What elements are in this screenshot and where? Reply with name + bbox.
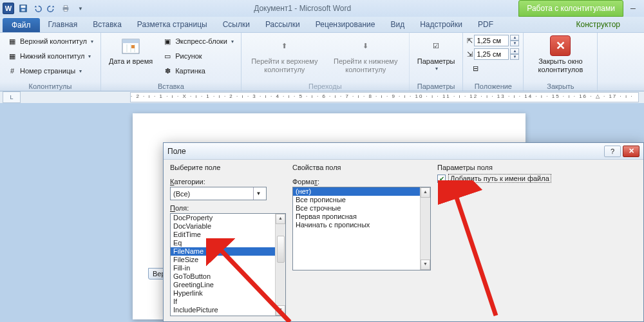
clipart-label: Картинка: [175, 67, 205, 75]
scroll-down-icon[interactable]: ▼: [276, 305, 285, 316]
redo-icon[interactable]: [45, 2, 58, 15]
spin-down-icon[interactable]: ▼: [510, 54, 519, 60]
spin-up-icon[interactable]: ▲: [510, 48, 519, 54]
page-number-button[interactable]: #Номер страницы▾: [4, 64, 97, 78]
tab-selector[interactable]: L: [3, 91, 21, 103]
list-item[interactable]: Все прописные: [293, 196, 430, 204]
dialog-help-button[interactable]: ?: [604, 146, 621, 157]
list-item[interactable]: FileSize: [171, 256, 285, 264]
save-icon[interactable]: [17, 2, 30, 15]
field-properties-label: Свойства поля: [292, 164, 431, 171]
undo-icon[interactable]: [31, 2, 44, 15]
scroll-down-icon[interactable]: ▼: [421, 260, 430, 270]
categories-combo[interactable]: (Все) ▼: [170, 187, 267, 200]
svg-rect-11: [131, 45, 135, 48]
list-item[interactable]: (нет): [293, 187, 430, 196]
svg-rect-7: [122, 39, 139, 43]
clipart-button[interactable]: ✽Картинка: [159, 64, 237, 78]
spin-down-icon[interactable]: ▼: [510, 41, 519, 46]
scroll-up-icon[interactable]: ▲: [276, 214, 285, 224]
checkbox-checked-icon[interactable]: ✔: [437, 175, 446, 183]
list-item[interactable]: Первая прописная: [293, 213, 430, 221]
options-button[interactable]: ☑Параметры▾: [413, 34, 459, 73]
categories-label: Категории:: [170, 178, 286, 185]
list-item[interactable]: IncludeText: [171, 314, 285, 316]
margin-bottom-icon: ⇲: [467, 50, 473, 59]
tab-design[interactable]: Конструктор: [559, 17, 638, 32]
group-insert: Дата и время ▣Экспресс-блоки▾ ▭Рисунок ✽…: [101, 33, 242, 91]
list-item[interactable]: Eq: [171, 239, 285, 247]
list-item[interactable]: Все строчные: [293, 204, 430, 213]
horizontal-ruler[interactable]: · 2 · ı · 1 · ı · X · ı · 1 · ı · 2 · ı …: [130, 92, 639, 102]
list-item[interactable]: GreetingLine: [171, 281, 285, 289]
dialog-title: Поле: [167, 147, 186, 156]
add-path-checkbox-row[interactable]: ✔ Добавить путь к имени файла: [437, 174, 637, 183]
header-from-top-input[interactable]: [474, 35, 509, 46]
scrollbar[interactable]: ▲ ▼: [275, 214, 285, 316]
tab-review[interactable]: Рецензирование: [308, 17, 383, 32]
svg-rect-2: [21, 9, 24, 12]
scroll-up-icon[interactable]: ▲: [421, 187, 430, 198]
date-time-label: Дата и время: [109, 57, 153, 66]
group-options: ☑Параметры▾ Параметры: [410, 33, 464, 91]
tab-home[interactable]: Главная: [41, 17, 85, 32]
group-position: ⇱ ▲▼ ⇲ ▲▼ ⊟ Положение: [463, 33, 524, 91]
dialog-titlebar[interactable]: Поле ? ✕: [164, 143, 643, 160]
title-bar: W ▼ Документ1 - Microsoft Word Работа с …: [0, 0, 644, 17]
print-icon[interactable]: [59, 2, 72, 15]
list-item[interactable]: GoToButton: [171, 272, 285, 281]
tab-mailings[interactable]: Рассылки: [258, 17, 307, 32]
header-icon: ▦: [7, 36, 17, 46]
close-icon: ✕: [550, 35, 571, 56]
fields-label: Поля:: [170, 204, 286, 212]
list-item[interactable]: If: [171, 298, 285, 306]
file-tab[interactable]: Файл: [3, 18, 40, 32]
list-item[interactable]: EditTime: [171, 231, 285, 239]
list-item[interactable]: Hyperlink: [171, 289, 285, 298]
footer-from-bottom-row: ⇲ ▲▼: [467, 48, 519, 60]
list-item[interactable]: DocProperty: [171, 214, 285, 222]
margin-top-icon: ⇱: [467, 37, 473, 45]
quick-parts-icon: ▣: [162, 36, 173, 46]
minimize-icon[interactable]: ─: [625, 2, 641, 15]
tab-addins[interactable]: Надстройки: [413, 17, 469, 32]
goto-header-label: Перейти к верхнему колонтитулу: [249, 57, 320, 73]
footer-from-bottom-input[interactable]: [474, 48, 509, 60]
list-item[interactable]: FileName: [171, 247, 285, 256]
footer-button[interactable]: ▦Нижний колонтитул▾: [4, 49, 97, 63]
list-item[interactable]: Fill-in: [171, 264, 285, 272]
clipart-icon: ✽: [162, 66, 173, 76]
date-time-button[interactable]: Дата и время: [105, 34, 156, 67]
ribbon-tab-strip: Файл Главная Вставка Разметка страницы С…: [0, 17, 644, 32]
picture-icon: ▭: [162, 51, 173, 61]
insert-alignment-tab-button[interactable]: ⊟: [467, 61, 519, 75]
list-item[interactable]: DocVariable: [171, 222, 285, 231]
format-listbox[interactable]: (нет)Все прописныеВсе строчныеПервая про…: [292, 187, 431, 270]
picture-label: Рисунок: [175, 52, 202, 60]
goto-header-button[interactable]: ⬆Перейти к верхнему колонтитулу: [245, 34, 324, 75]
quick-parts-button[interactable]: ▣Экспресс-блоки▾: [159, 34, 237, 48]
spin-up-icon[interactable]: ▲: [510, 35, 519, 41]
page-number-label: Номер страницы: [20, 67, 75, 75]
close-header-footer-button[interactable]: ✕ Закрыть окно колонтитулов: [527, 34, 593, 75]
tab-references[interactable]: Ссылки: [216, 17, 257, 32]
scroll-thumb[interactable]: [277, 236, 285, 263]
scrollbar[interactable]: ▲ ▼: [420, 187, 430, 270]
tab-page-layout[interactable]: Разметка страницы: [130, 17, 214, 32]
list-item[interactable]: Начинать с прописных: [293, 221, 430, 229]
fields-listbox[interactable]: DocPropertyDocVariableEditTimeEqFileName…: [170, 213, 286, 316]
qat-dropdown-icon[interactable]: ▼: [73, 2, 86, 15]
app-icon: W: [3, 3, 14, 14]
picture-button[interactable]: ▭Рисунок: [159, 49, 237, 63]
svg-rect-4: [64, 6, 67, 8]
list-item[interactable]: IncludePicture: [171, 306, 285, 314]
tab-pdf[interactable]: PDF: [471, 17, 500, 32]
goto-footer-button[interactable]: ⬇Перейти к нижнему колонтитулу: [327, 34, 405, 75]
dialog-close-button[interactable]: ✕: [623, 146, 639, 157]
chevron-down-icon: ▼: [253, 187, 263, 200]
header-button[interactable]: ▦Верхний колонтитул▾: [4, 34, 97, 48]
tab-insert[interactable]: Вставка: [86, 17, 129, 32]
tab-stop-icon: ⊟: [470, 63, 480, 73]
tab-view[interactable]: Вид: [383, 17, 412, 32]
svg-rect-5: [64, 10, 67, 12]
